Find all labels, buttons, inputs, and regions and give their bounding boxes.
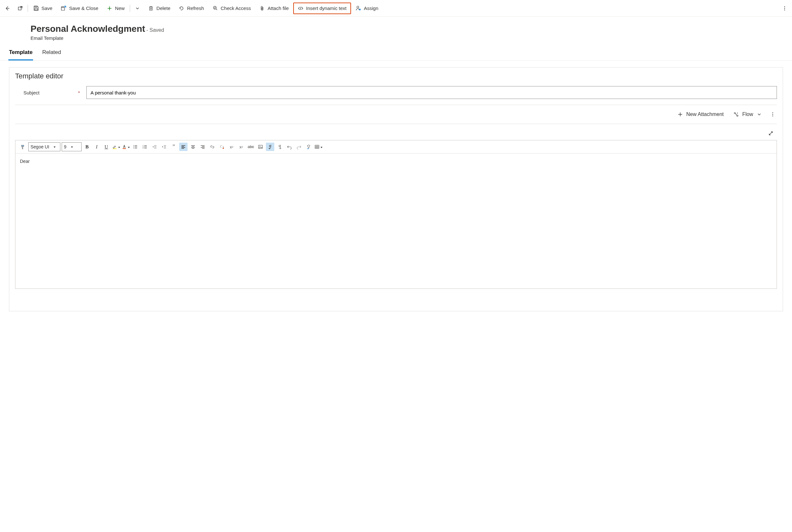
command-bar: Save Save & Close New Delete Refresh <box>0 0 792 17</box>
format-painter-button[interactable] <box>19 142 27 151</box>
save-button[interactable]: Save <box>29 3 56 14</box>
insert-table-button[interactable] <box>314 142 323 151</box>
code-icon <box>298 5 304 11</box>
remove-link-button[interactable] <box>218 142 226 151</box>
insert-image-button[interactable] <box>256 142 265 151</box>
assign-label: Assign <box>364 5 378 11</box>
indent-button[interactable] <box>160 142 168 151</box>
outdent-icon <box>152 144 157 150</box>
clear-formatting-button[interactable] <box>305 142 313 151</box>
page-status: - Saved <box>147 27 164 33</box>
bullet-list-icon <box>132 144 138 150</box>
refresh-icon <box>178 5 185 11</box>
indent-icon <box>161 144 167 150</box>
separator <box>27 5 28 12</box>
redo-icon <box>296 144 302 150</box>
superscript-button[interactable]: x2 <box>227 142 236 151</box>
chevron-down-icon <box>53 144 56 149</box>
expand-row <box>15 124 777 140</box>
align-center-button[interactable] <box>189 142 197 151</box>
strikethrough-button[interactable]: abc <box>247 142 255 151</box>
blockquote-button[interactable]: ” <box>170 142 178 151</box>
delete-button[interactable]: Delete <box>144 3 174 14</box>
svg-point-11 <box>737 113 738 113</box>
new-attachment-button[interactable]: New Attachment <box>674 110 727 119</box>
chevron-down-icon <box>70 144 73 149</box>
editor-body[interactable]: Dear <box>15 154 777 288</box>
redo-button[interactable] <box>295 142 303 151</box>
rtl-button[interactable] <box>275 142 284 151</box>
tabs: Template Related <box>0 44 792 61</box>
align-left-button[interactable] <box>179 142 188 151</box>
subject-input[interactable] <box>86 86 777 99</box>
bullet-list-button[interactable] <box>131 142 139 151</box>
numbered-list-button[interactable]: 123 <box>141 142 149 151</box>
clear-format-icon <box>306 144 311 150</box>
record-header: Personal Acknowledgment - Saved Email Te… <box>0 17 792 44</box>
align-right-button[interactable] <box>198 142 207 151</box>
chevron-down-icon <box>135 5 140 11</box>
rte-toolbar: Segoe UI 9 B I U <box>15 140 777 154</box>
refresh-label: Refresh <box>187 5 204 11</box>
subscript-button[interactable]: x2 <box>237 142 245 151</box>
font-color-icon <box>121 144 127 150</box>
svg-point-24 <box>259 146 260 147</box>
font-color-button[interactable] <box>121 142 130 151</box>
undo-icon <box>287 144 292 150</box>
insert-link-button[interactable] <box>208 142 216 151</box>
expand-editor-button[interactable] <box>767 129 775 137</box>
expand-icon <box>768 130 774 136</box>
new-dropdown-button[interactable] <box>131 3 143 14</box>
insert-dynamic-label: Insert dynamic text <box>306 5 347 11</box>
save-close-button[interactable]: Save & Close <box>57 3 102 14</box>
ltr-button[interactable] <box>266 142 274 151</box>
attachment-subgrid-toolbar: New Attachment Flow <box>15 105 777 124</box>
chevron-down-icon <box>127 144 130 150</box>
save-icon <box>33 5 39 11</box>
outdent-button[interactable] <box>150 142 159 151</box>
svg-point-5 <box>357 6 359 8</box>
svg-rect-16 <box>123 148 126 149</box>
svg-rect-2 <box>35 8 37 10</box>
assign-button[interactable]: Assign <box>352 3 382 14</box>
template-editor-section: Template editor Subject * New Attachment… <box>9 67 783 311</box>
font-size-select[interactable]: 9 <box>62 142 82 151</box>
align-center-icon <box>190 144 196 150</box>
image-icon <box>257 144 263 150</box>
required-indicator: * <box>78 90 80 95</box>
new-button[interactable]: New <box>103 3 129 14</box>
chevron-down-icon <box>320 144 323 150</box>
highlight-color-button[interactable] <box>112 142 120 151</box>
svg-text:3: 3 <box>142 147 143 149</box>
italic-button[interactable]: I <box>93 142 101 151</box>
check-access-button[interactable]: Check Access <box>209 3 255 14</box>
back-button[interactable] <box>1 3 14 14</box>
refresh-button[interactable]: Refresh <box>175 3 208 14</box>
tab-related[interactable]: Related <box>41 48 62 60</box>
subject-row: Subject * <box>15 85 777 105</box>
new-attachment-label: New Attachment <box>686 112 724 117</box>
svg-point-13 <box>772 114 773 115</box>
font-family-select[interactable]: Segoe UI <box>28 142 60 151</box>
svg-point-7 <box>784 8 785 9</box>
undo-button[interactable] <box>285 142 293 151</box>
attachment-overflow-button[interactable] <box>769 110 777 119</box>
svg-rect-0 <box>18 7 21 10</box>
overflow-button[interactable] <box>778 3 791 14</box>
flow-button[interactable]: Flow <box>730 110 765 119</box>
insert-dynamic-text-button[interactable]: Insert dynamic text <box>293 3 351 14</box>
attach-file-button[interactable]: Attach file <box>255 3 293 14</box>
bold-button[interactable]: B <box>83 142 91 151</box>
delete-icon <box>148 5 154 11</box>
svg-point-17 <box>133 145 134 146</box>
popout-button[interactable] <box>14 3 26 14</box>
svg-point-14 <box>772 116 773 116</box>
tab-template[interactable]: Template <box>8 48 33 60</box>
subject-label: Subject <box>23 90 72 95</box>
plus-icon <box>677 112 683 117</box>
check-access-label: Check Access <box>221 5 251 11</box>
page-title: Personal Acknowledgment <box>31 24 145 34</box>
align-right-icon <box>200 144 206 150</box>
delete-label: Delete <box>156 5 170 11</box>
underline-button[interactable]: U <box>102 142 111 151</box>
